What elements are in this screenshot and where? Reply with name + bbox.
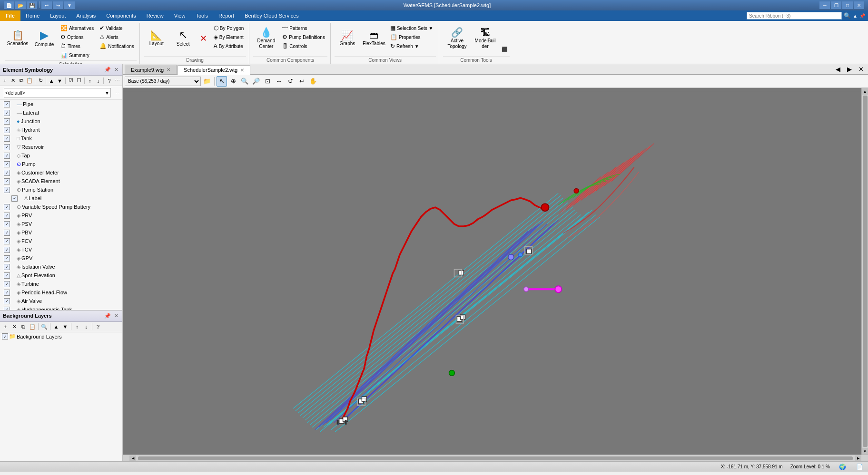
ribbon-search-input[interactable] (747, 12, 842, 19)
canvas-tab-scheduler[interactable]: SchedulerSample2.wtg ✕ (178, 65, 250, 75)
symbology-tree-item[interactable]: ◈ GPV (0, 254, 122, 262)
close-btn[interactable]: ✕ (854, 1, 864, 9)
symbology-tree-item[interactable]: □ Tank (0, 134, 122, 143)
demand-center-button[interactable]: 💧 Demand Center (253, 24, 279, 53)
symbology-tree-item[interactable]: △ Spot Elevation (0, 271, 122, 280)
flextables-button[interactable]: 🗃 FlexTables (361, 24, 387, 53)
home-menu[interactable]: Home (20, 10, 45, 21)
hscroll-left-btn[interactable]: ◀ (129, 456, 136, 461)
tools-menu[interactable]: Tools (190, 10, 213, 21)
bg-close-btn[interactable]: ✕ (113, 312, 119, 319)
bg-check[interactable] (2, 333, 8, 339)
by-attribute-button[interactable]: A By Attribute (211, 42, 247, 50)
bg-up-btn[interactable]: ▲ (52, 322, 60, 331)
item-check-1[interactable] (4, 110, 10, 116)
alerts-button[interactable]: ⚠ Alerts (97, 33, 136, 41)
pump-definitions-button[interactable]: ⚙ Pump Definitions (280, 33, 327, 41)
undo-btn[interactable]: ↩ (41, 1, 52, 9)
bg-zoom-btn[interactable]: 🔍 (40, 322, 49, 331)
model-builder-button[interactable]: 🏗 ModelBuilder (473, 24, 498, 53)
symbology-tree-item[interactable]: ◇ Tap (0, 151, 122, 160)
symbology-tree-item[interactable]: ● Junction (0, 117, 122, 126)
item-check-11[interactable] (11, 195, 18, 202)
panel-close-btn[interactable]: ✕ (113, 67, 119, 73)
item-check-2[interactable] (4, 118, 10, 125)
symbology-dropdown[interactable]: <default> ▼ (4, 88, 111, 97)
symbology-tree-item[interactable]: ◈ Hydropneumatic Tank (0, 305, 122, 310)
status-globe-btn[interactable]: 🌍 (838, 463, 847, 471)
item-check-8[interactable] (4, 170, 10, 176)
selected-node[interactable] (555, 286, 562, 292)
junction-node-4[interactable] (362, 397, 366, 401)
item-check-3[interactable] (4, 127, 10, 133)
symbology-tree-item[interactable]: ◈ Customer Meter (0, 168, 122, 177)
symbology-tree-item[interactable]: A Label (0, 194, 122, 203)
maximize-btn[interactable]: □ (842, 1, 853, 9)
hand-btn[interactable]: ✋ (308, 76, 318, 87)
item-check-5[interactable] (4, 144, 10, 150)
reservoir-node[interactable] (541, 204, 549, 211)
zoom-in-btn[interactable]: 🔍 (239, 76, 250, 87)
symbology-tree-item[interactable]: — Pipe (0, 100, 122, 108)
down-symbology-btn[interactable]: ▼ (56, 77, 63, 85)
bg-copy-btn[interactable]: ⧉ (19, 322, 28, 331)
symbology-tree-item[interactable]: ◈ Periodic Head-Flow (0, 288, 122, 297)
check-all-btn[interactable]: ☑ (67, 77, 75, 85)
ribbon-collapse-btn[interactable]: ▲ (853, 13, 858, 19)
tab-example9-close[interactable]: ✕ (167, 67, 170, 72)
junction-node-8[interactable] (527, 249, 532, 254)
item-check-7[interactable] (4, 161, 10, 167)
alternatives-button[interactable]: 🔀 Alternatives (58, 24, 96, 32)
zoom-out-btn[interactable]: 🔎 (251, 76, 261, 87)
hscroll-thumb[interactable] (138, 456, 853, 460)
uncheck-all-btn[interactable]: ☐ (75, 77, 83, 85)
qa-dropdown[interactable]: ▼ (64, 1, 75, 9)
patterns-button[interactable]: 〰 Patterns (280, 24, 327, 32)
canvas-hscrollbar[interactable]: ◀ ▶ (123, 455, 868, 461)
paste-symbology-btn[interactable]: 📋 (26, 77, 33, 85)
symbology-tree-item[interactable]: ◈ FCV (0, 237, 122, 245)
item-check-9[interactable] (4, 178, 10, 184)
item-check-23[interactable] (4, 298, 10, 304)
vscroll-down-btn[interactable]: ▼ (862, 448, 868, 455)
close-tab-btn[interactable]: ✕ (856, 64, 866, 74)
item-check-0[interactable] (4, 101, 10, 107)
symbology-tree-item[interactable]: ◈ Turbine (0, 280, 122, 288)
components-menu[interactable]: Components (101, 10, 141, 21)
by-polygon-button[interactable]: ⬡ By Polygon (211, 24, 247, 32)
junction-node-7[interactable] (459, 271, 464, 275)
analysis-menu[interactable]: Analysis (71, 10, 101, 21)
move-down-btn[interactable]: ↓ (94, 77, 102, 85)
bg-paste-btn[interactable]: 📋 (28, 322, 37, 331)
item-check-10[interactable] (4, 187, 10, 193)
item-check-16[interactable] (4, 238, 10, 244)
report-menu[interactable]: Report (213, 10, 239, 21)
bg-delete-btn[interactable]: ✕ (10, 322, 19, 331)
item-check-6[interactable] (4, 153, 10, 159)
symbology-tree-item[interactable]: ▽ Reservoir (0, 143, 122, 151)
summary-button[interactable]: 📊 Summary (58, 51, 96, 59)
scenario-selector[interactable]: Base ($6,253 / day) (125, 77, 201, 86)
panel-pin-btn[interactable]: 📌 (104, 67, 111, 73)
item-check-15[interactable] (4, 230, 10, 236)
connected-node[interactable] (524, 287, 529, 291)
times-button[interactable]: ⏱ Times (58, 42, 96, 50)
item-check-12[interactable] (4, 204, 10, 210)
options-button[interactable]: ⚙ Options (58, 33, 96, 41)
green-node[interactable] (449, 370, 454, 376)
canvas-viewport[interactable] (123, 88, 861, 455)
open-file-btn[interactable]: 📁 (202, 76, 212, 87)
item-check-18[interactable] (4, 255, 10, 262)
symbology-tree-item[interactable]: ◈ PBV (0, 228, 122, 237)
canvas-vscrollbar[interactable]: ▲ ▼ (861, 88, 868, 455)
vscroll-thumb[interactable] (863, 96, 868, 447)
symbology-menu-btn[interactable]: ⋯ (113, 89, 120, 97)
layout-menu[interactable]: Layout (45, 10, 71, 21)
next-tab-btn[interactable]: ▶ (844, 64, 855, 74)
status-doc-btn[interactable]: 📄 (855, 463, 864, 471)
symbology-tree-item[interactable]: ◈ PSV (0, 220, 122, 228)
select-tool-btn[interactable]: ↖ (217, 76, 227, 87)
layout-button[interactable]: 📐 Layout (144, 24, 169, 53)
help-symbology-btn[interactable]: ? (105, 77, 113, 85)
symbology-tree-item[interactable]: ◈ Hydrant (0, 126, 122, 134)
